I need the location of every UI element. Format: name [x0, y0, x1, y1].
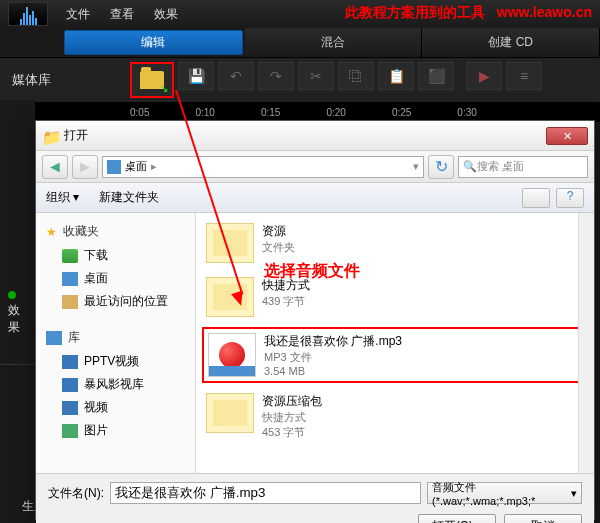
organize-menu[interactable]: 组织 ▾ — [46, 189, 79, 206]
ruler-tick: 0:10 — [195, 107, 214, 118]
search-input[interactable]: 🔍 搜索 桌面 — [458, 156, 588, 178]
file-size: 3.54 MB — [264, 365, 402, 377]
file-name: 资源压缩包 — [262, 393, 322, 410]
dialog-nav: ◄ ► 桌面 ▸ ▾ ↻ 🔍 搜索 桌面 — [36, 151, 594, 183]
annotation-select-audio: 选择音频文件 — [264, 261, 360, 282]
banner-text: 此教程方案用到的工具 — [345, 4, 485, 20]
file-meta: 453 字节 — [262, 425, 322, 440]
sidebar-effects[interactable]: 效果 — [0, 260, 35, 365]
sidebar-storm[interactable]: 暴风影视库 — [36, 373, 195, 396]
sidebar-pictures[interactable]: 图片 — [36, 419, 195, 442]
breadcrumb[interactable]: 桌面 ▸ ▾ — [102, 156, 424, 178]
pptv-icon — [62, 355, 78, 369]
file-item-archive[interactable]: 资源压缩包 快捷方式 453 字节 — [202, 389, 588, 444]
file-name: 资源 — [262, 223, 295, 240]
file-name: 我还是很喜欢你 广播.mp3 — [264, 333, 402, 350]
storm-icon — [62, 378, 78, 392]
ruler-tick: 0:15 — [261, 107, 280, 118]
cancel-button[interactable]: 取消 — [504, 514, 582, 523]
filename-input[interactable] — [110, 482, 421, 504]
favorites-group[interactable]: ★收藏夹 — [36, 219, 195, 244]
ruler-tick: 0:20 — [326, 107, 345, 118]
download-icon — [62, 249, 78, 263]
banner-url: www.leawo.cn — [497, 4, 592, 20]
import-arrow-icon: ↘ — [160, 83, 168, 94]
toolbar-row: 媒体库 ↘ 💾 ↶ ↷ ✂ ⿻ 📋 ⬛ ▶ ≡ — [0, 58, 600, 102]
tab-create-cd[interactable]: 创建 CD — [422, 28, 600, 57]
star-icon: ★ — [46, 225, 57, 239]
tab-edit[interactable]: 编辑 — [64, 30, 243, 55]
forward-button[interactable]: ► — [72, 155, 98, 179]
filename-label: 文件名(N): — [48, 485, 104, 502]
help-button[interactable]: ? — [556, 188, 584, 208]
file-type: MP3 文件 — [264, 350, 402, 365]
file-item-folder[interactable]: 资源 文件夹 — [202, 219, 588, 267]
sidebar-video[interactable]: 视频 — [36, 396, 195, 419]
mode-tabs: 编辑 混合 创建 CD — [0, 28, 600, 58]
library-icon — [46, 331, 62, 345]
desktop-icon — [107, 160, 121, 174]
tutorial-banner: 此教程方案用到的工具 www.leawo.cn — [345, 4, 592, 22]
new-folder-button[interactable]: 新建文件夹 — [99, 189, 159, 206]
desktop-icon — [62, 272, 78, 286]
sidebar-pptv[interactable]: PPTV视频 — [36, 350, 195, 373]
mp3-thumb-icon — [208, 333, 256, 377]
paste-button[interactable]: 📋 — [378, 62, 414, 90]
menu-button[interactable]: ≡ — [506, 62, 542, 90]
ruler-tick: 0:25 — [392, 107, 411, 118]
menu-effect[interactable]: 效果 — [154, 6, 178, 23]
cut-button[interactable]: ✂ — [298, 62, 334, 90]
undo-button[interactable]: ↶ — [218, 62, 254, 90]
video-icon — [62, 401, 78, 415]
main-menu: 文件 查看 效果 — [56, 6, 178, 23]
dialog-title: 打开 — [64, 127, 546, 144]
folder-thumb-icon — [206, 393, 254, 433]
dialog-body: ★收藏夹 下载 桌面 最近访问的位置 库 PPTV视频 暴风影视库 视频 图片 … — [36, 213, 594, 473]
chevron-right-icon: ▸ — [151, 160, 157, 173]
save-button[interactable]: 💾 — [178, 62, 214, 90]
library-group[interactable]: 库 — [36, 325, 195, 350]
crop-button[interactable]: ⬛ — [418, 62, 454, 90]
app-logo — [8, 2, 48, 26]
dialog-sidebar: ★收藏夹 下载 桌面 最近访问的位置 库 PPTV视频 暴风影视库 视频 图片 — [36, 213, 196, 473]
open-file-button[interactable]: ↘ — [130, 62, 174, 98]
time-ruler: 0:05 0:10 0:15 0:20 0:25 0:30 — [0, 102, 600, 122]
left-sidebar: 效果 — [0, 100, 35, 520]
file-item-shortcut[interactable]: 快捷方式 439 字节 — [202, 273, 588, 321]
sidebar-recent[interactable]: 最近访问的位置 — [36, 290, 195, 313]
file-type: 文件夹 — [262, 240, 295, 255]
view-mode-button[interactable] — [522, 188, 550, 208]
dialog-titlebar: 📁 打开 ✕ — [36, 121, 594, 151]
pictures-icon — [62, 424, 78, 438]
toolbar: ↘ 💾 ↶ ↷ ✂ ⿻ 📋 ⬛ ▶ ≡ — [62, 62, 542, 98]
dialog-icon: 📁 — [42, 128, 58, 144]
dialog-footer: 文件名(N): 音频文件(*.wav;*.wma;*.mp3;*▾ 打开(O) … — [36, 473, 594, 523]
refresh-button[interactable]: ↻ — [428, 155, 454, 179]
copy-button[interactable]: ⿻ — [338, 62, 374, 90]
separator — [458, 62, 462, 90]
file-type: 快捷方式 — [262, 410, 322, 425]
redo-button[interactable]: ↷ — [258, 62, 294, 90]
ruler-tick: 0:30 — [457, 107, 476, 118]
filetype-select[interactable]: 音频文件(*.wav;*.wma;*.mp3;*▾ — [427, 482, 582, 504]
file-item-mp3-selected[interactable]: 我还是很喜欢你 广播.mp3 MP3 文件 3.54 MB — [202, 327, 588, 383]
recent-icon — [62, 295, 78, 309]
ruler-tick: 0:05 — [130, 107, 149, 118]
scrollbar[interactable] — [578, 213, 594, 473]
folder-thumb-icon — [206, 277, 254, 317]
tab-mix[interactable]: 混合 — [245, 28, 423, 57]
sidebar-downloads[interactable]: 下载 — [36, 244, 195, 267]
open-file-dialog: 📁 打开 ✕ ◄ ► 桌面 ▸ ▾ ↻ 🔍 搜索 桌面 组织 ▾ 新建文件夹 ?… — [35, 120, 595, 520]
sidebar-desktop[interactable]: 桌面 — [36, 267, 195, 290]
breadcrumb-location: 桌面 — [125, 159, 147, 174]
media-library-label: 媒体库 — [0, 71, 62, 89]
file-meta: 439 字节 — [262, 294, 310, 309]
menu-file[interactable]: 文件 — [66, 6, 90, 23]
file-list: 资源 文件夹 选择音频文件 快捷方式 439 字节 我还是很喜欢你 广播.mp3… — [196, 213, 594, 473]
open-button[interactable]: 打开(O) ▾ — [418, 514, 496, 523]
back-button[interactable]: ◄ — [42, 155, 68, 179]
play-button[interactable]: ▶ — [466, 62, 502, 90]
dialog-toolbar: 组织 ▾ 新建文件夹 ? — [36, 183, 594, 213]
menu-view[interactable]: 查看 — [110, 6, 134, 23]
close-button[interactable]: ✕ — [546, 127, 588, 145]
